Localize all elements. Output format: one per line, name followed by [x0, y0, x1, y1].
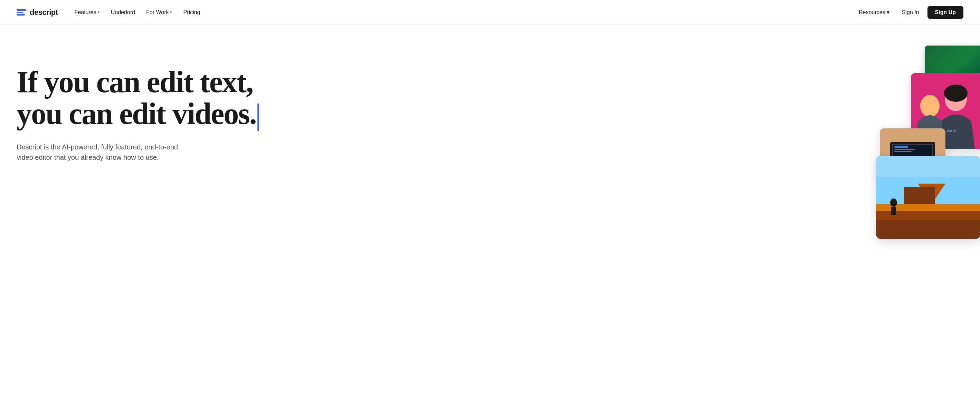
svg-rect-12	[894, 151, 912, 152]
chevron-down-icon: ▾	[170, 10, 172, 14]
svg-rect-18	[877, 220, 980, 239]
svg-point-2	[944, 84, 967, 102]
logo-icon	[17, 10, 26, 16]
chevron-down-icon: ▾	[887, 9, 889, 16]
hero-subtitle: Descript is the AI-powered, fully featur…	[17, 142, 196, 163]
hero-content: If you can edit text, you can edit video…	[0, 25, 588, 401]
signin-button[interactable]: Sign In	[896, 6, 925, 18]
svg-point-4	[920, 95, 940, 117]
hero-title: If you can edit text, you can edit video…	[17, 66, 571, 131]
svg-point-19	[890, 198, 897, 207]
main-nav: descript Features ▾ Underlord For Work ▾…	[0, 0, 980, 25]
nav-right: Resources ▾ Sign In Sign Up	[854, 6, 963, 19]
nav-link-underlord[interactable]: Underlord	[107, 6, 139, 18]
svg-rect-15	[904, 187, 935, 204]
resources-button[interactable]: Resources ▾	[854, 6, 893, 18]
svg-rect-20	[891, 207, 896, 216]
nav-links: Features ▾ Underlord For Work ▾ Pricing	[70, 6, 205, 18]
logo-link[interactable]: descript	[17, 8, 58, 17]
svg-text:Like th: Like th	[945, 129, 956, 133]
nav-link-for-work[interactable]: For Work ▾	[142, 6, 176, 18]
nav-link-features[interactable]: Features ▾	[70, 6, 104, 18]
hero-images: Like th	[842, 46, 980, 246]
nav-left: descript Features ▾ Underlord For Work ▾…	[17, 6, 204, 18]
signup-button[interactable]: Sign Up	[928, 6, 963, 19]
svg-rect-14	[877, 156, 980, 177]
hero-section: If you can edit text, you can edit video…	[0, 25, 980, 401]
logo-text: descript	[30, 8, 58, 17]
chevron-down-icon: ▾	[98, 10, 100, 14]
svg-rect-11	[894, 149, 915, 150]
nav-link-pricing[interactable]: Pricing	[179, 6, 204, 18]
svg-rect-10	[894, 146, 908, 148]
hero-image-landscape	[877, 156, 980, 239]
cursor-icon	[258, 103, 259, 131]
